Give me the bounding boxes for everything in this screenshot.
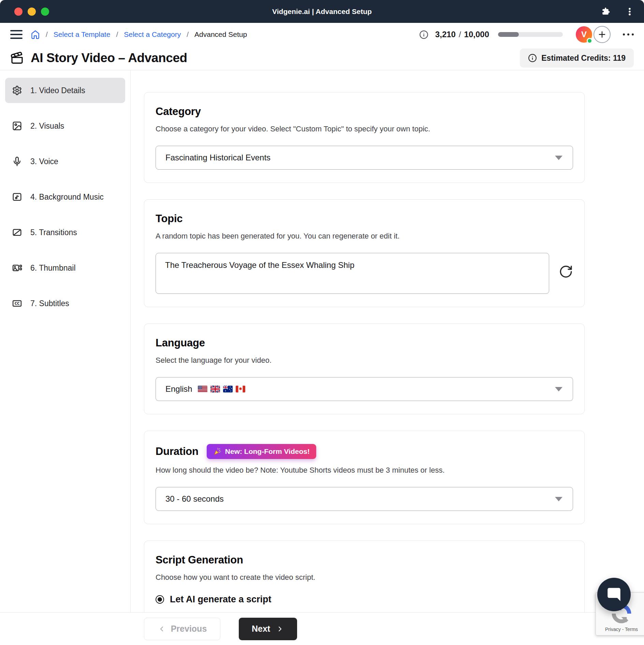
topic-description: A random topic has been generated for yo… (156, 232, 573, 241)
closed-captions-icon: CC (12, 298, 22, 309)
music-note-icon (12, 192, 22, 202)
home-icon[interactable] (31, 30, 40, 39)
sidebar-item-visuals[interactable]: 2. Visuals (5, 113, 125, 139)
party-popper-icon (213, 447, 221, 456)
thumbnail-icon (12, 263, 22, 273)
minimize-window-button[interactable] (28, 8, 36, 16)
sidebar-item-label: 2. Visuals (30, 121, 64, 131)
breadcrumb-link-category[interactable]: Select a Category (124, 30, 181, 39)
page-header: AI Story Video – Advanced Estimated Cred… (0, 46, 644, 70)
duration-card: Duration New: Long-Form Videos! How long… (144, 431, 585, 524)
page-title: AI Story Video – Advanced (10, 51, 187, 65)
long-form-badge: New: Long-Form Videos! (207, 444, 316, 459)
sidebar-item-label: 1. Video Details (30, 86, 85, 95)
main-form: Category Choose a category for your vide… (131, 70, 644, 645)
steps-sidebar: 1. Video Details 2. Visuals 3. Voice 4. … (0, 70, 131, 612)
language-card: Language Select the language for your vi… (144, 324, 585, 414)
breadcrumb-current: Advanced Setup (194, 30, 247, 39)
breadcrumb-separator: / (116, 30, 118, 39)
zoom-window-button[interactable] (41, 8, 49, 16)
chevron-right-icon (276, 625, 284, 633)
script-description: Choose how you want to create the video … (156, 573, 573, 582)
sidebar-item-voice[interactable]: 3. Voice (5, 149, 125, 174)
info-icon (528, 54, 537, 62)
gear-icon (12, 85, 22, 96)
breadcrumb-link-template[interactable]: Select a Template (54, 30, 111, 39)
previous-button[interactable]: Previous (144, 618, 220, 640)
sidebar-item-thumbnail[interactable]: 6. Thumbnail (5, 255, 125, 281)
microphone-icon (12, 156, 22, 167)
online-status-dot (587, 38, 592, 44)
regenerate-topic-button[interactable] (559, 264, 573, 279)
window-controls (14, 8, 49, 16)
breadcrumb: / Select a Template / Select a Category … (31, 30, 247, 39)
language-flags (198, 386, 245, 392)
category-title: Category (156, 105, 573, 118)
window-title: Vidgenie.ai | Advanced Setup (272, 8, 372, 16)
category-card: Category Choose a category for your vide… (144, 92, 585, 183)
chevron-left-icon (158, 625, 166, 633)
topic-card: Topic A random topic has been generated … (144, 199, 585, 307)
avatar[interactable]: V (576, 26, 592, 43)
wizard-footer: Previous Next (0, 612, 644, 645)
duration-title: Duration (156, 445, 199, 458)
credits-progress-fill (498, 32, 519, 37)
sidebar-item-label: 7. Subtitles (30, 299, 69, 308)
script-option-ai-generate[interactable]: Let AI generate a script (156, 594, 573, 605)
language-title: Language (156, 337, 573, 349)
estimated-credits-badge: Estimated Credits: 119 (520, 48, 634, 68)
app-header: / Select a Template / Select a Category … (0, 23, 644, 46)
credits-info-icon[interactable] (419, 30, 428, 39)
chevron-down-icon (555, 387, 562, 391)
next-button[interactable]: Next (239, 618, 297, 640)
flag-us-icon (198, 386, 207, 392)
flag-ca-icon (236, 386, 245, 392)
browser-menu-kebab-icon[interactable] (625, 7, 634, 16)
sidebar-item-label: 3. Voice (30, 157, 58, 166)
sidebar-item-background-music[interactable]: 4. Background Music (5, 184, 125, 210)
transition-icon (12, 227, 22, 238)
category-selected-value: Fascinating Historical Events (165, 153, 270, 162)
script-option-radio[interactable] (156, 595, 164, 604)
recaptcha-privacy-terms[interactable]: Privacy - Terms (605, 627, 638, 632)
chat-widget-button[interactable] (597, 578, 631, 611)
more-options-ellipsis-icon[interactable] (623, 33, 634, 35)
flag-au-icon (223, 386, 233, 392)
credits-progress-bar (498, 32, 563, 37)
refresh-icon (559, 264, 573, 279)
sidebar-item-label: 6. Thumbnail (30, 263, 76, 273)
credits-total: 10,000 (464, 30, 489, 39)
chat-bubble-icon (605, 586, 623, 603)
flag-gb-icon (210, 386, 220, 392)
chevron-down-icon (555, 156, 562, 160)
sidebar-item-transitions[interactable]: 5. Transitions (5, 220, 125, 245)
topic-input[interactable]: The Treacherous Voyage of the Essex Whal… (156, 253, 549, 294)
sidebar-item-video-details[interactable]: 1. Video Details (5, 78, 125, 103)
script-option-label: Let AI generate a script (170, 594, 272, 605)
extensions-puzzle-icon[interactable] (600, 6, 611, 17)
sidebar-item-label: 5. Transitions (30, 228, 77, 237)
content-area: 1. Video Details 2. Visuals 3. Voice 4. … (0, 70, 644, 645)
window-titlebar: Vidgenie.ai | Advanced Setup (0, 0, 644, 23)
add-credits-button[interactable] (594, 26, 611, 43)
duration-select[interactable]: 30 - 60 seconds (156, 487, 573, 511)
credits-counter: 3,210 / 10,000 (435, 30, 489, 39)
language-select[interactable]: English (156, 377, 573, 401)
image-icon (12, 121, 22, 131)
duration-selected-value: 30 - 60 seconds (165, 494, 224, 504)
breadcrumb-separator: / (187, 30, 189, 39)
chevron-down-icon (555, 497, 562, 501)
breadcrumb-separator: / (46, 30, 48, 39)
svg-text:CC: CC (15, 302, 20, 305)
category-select[interactable]: Fascinating Historical Events (156, 146, 573, 170)
menu-hamburger-icon[interactable] (10, 30, 23, 39)
language-description: Select the language for your video. (156, 356, 573, 365)
close-window-button[interactable] (14, 8, 23, 16)
credits-used: 3,210 (435, 30, 456, 39)
sidebar-item-label: 4. Background Music (30, 192, 104, 202)
language-selected-value: English (165, 384, 192, 394)
script-title: Script Generation (156, 554, 573, 566)
sidebar-item-subtitles[interactable]: CC 7. Subtitles (5, 291, 125, 316)
topic-title: Topic (156, 213, 573, 225)
clapperboard-icon (10, 51, 24, 65)
